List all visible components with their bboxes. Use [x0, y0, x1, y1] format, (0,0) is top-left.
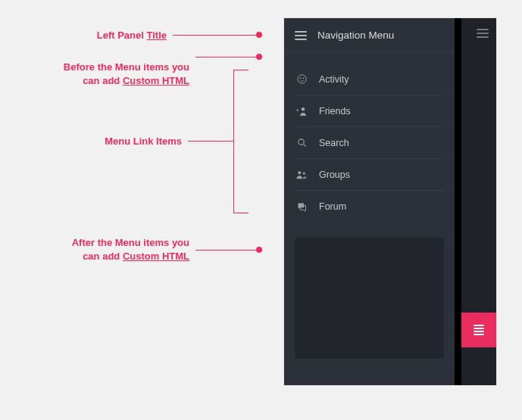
menu-item-label: Friends [319, 106, 351, 117]
svg-point-0 [297, 75, 305, 83]
menu-item-label: Groups [319, 170, 350, 180]
annotation-menu-link-items: Menu Link Items [45, 135, 182, 148]
menu-item-label: Forum [319, 201, 346, 212]
svg-point-1 [300, 78, 301, 79]
annotation-before-custom-html: Before the Menu items you can add Custom… [23, 61, 189, 88]
leader-dot [256, 54, 262, 60]
menu-item-label: Search [319, 138, 349, 148]
menu-item-groups[interactable]: Groups [295, 159, 444, 191]
fab-button[interactable] [461, 313, 496, 347]
menu-icon[interactable] [295, 31, 307, 40]
annotation-after-custom-html: After the Menu items you can add Custom … [30, 236, 189, 263]
menu-item-search[interactable]: Search [295, 127, 444, 159]
bracket [233, 70, 248, 213]
menu-item-forum[interactable]: Forum [295, 191, 444, 222]
panel-title: Navigation Menu [317, 30, 394, 41]
add-friend-icon [295, 106, 308, 117]
svg-point-2 [302, 78, 303, 79]
svg-point-4 [298, 139, 304, 145]
leader-dot [256, 247, 262, 253]
menu-item-label: Activity [319, 74, 349, 85]
custom-html-before-area [284, 53, 455, 61]
panel-header: Navigation Menu [284, 18, 455, 53]
menu-list: Activity Friends Search Groups [284, 61, 455, 222]
forum-icon [295, 201, 308, 213]
device-frame: Navigation Menu Activity Friends S [284, 18, 496, 385]
svg-point-3 [302, 107, 305, 111]
svg-point-6 [298, 171, 301, 174]
svg-line-5 [303, 145, 305, 147]
hamburger-icon [477, 29, 489, 40]
groups-icon [295, 170, 308, 180]
menu-item-friends[interactable]: Friends [295, 95, 444, 127]
leader-line [173, 35, 256, 36]
svg-point-7 [303, 172, 305, 174]
menu-item-activity[interactable]: Activity [295, 64, 444, 95]
search-icon [295, 137, 308, 148]
leader-line [195, 57, 256, 58]
leader-dot [256, 32, 262, 38]
custom-html-after-area [295, 238, 444, 359]
navigation-panel: Navigation Menu Activity Friends S [284, 18, 455, 385]
list-icon [474, 323, 484, 337]
annotation-panel-title: Left Panel Title [45, 29, 167, 42]
smiley-icon [295, 73, 308, 85]
leader-line [195, 250, 256, 250]
leader-line [188, 141, 233, 142]
